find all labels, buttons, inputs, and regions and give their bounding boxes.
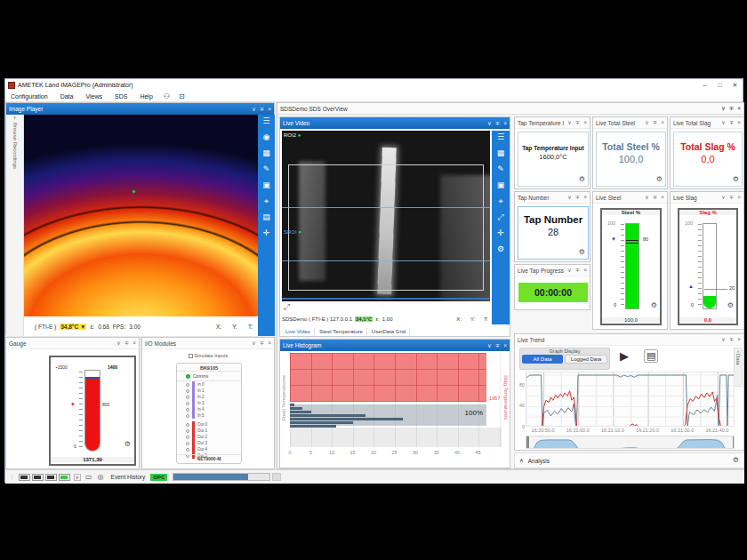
live-slag-header[interactable]: Live Slag ∨∓× <box>671 192 743 204</box>
close-icon[interactable]: × <box>583 119 587 126</box>
gear-icon[interactable]: ⚙ <box>727 302 734 309</box>
menu-configuration[interactable]: Configuration <box>9 92 50 100</box>
slag-gauge-marker[interactable]: ▲ <box>688 284 694 289</box>
tap-number-header[interactable]: Tap Number ∨∓× <box>515 192 590 204</box>
thermal-roi-point[interactable] <box>132 189 136 194</box>
camera-indicator-4[interactable] <box>59 474 70 481</box>
collapse-icon[interactable]: ∨ <box>567 194 572 201</box>
collapse-icon[interactable]: ∨ <box>252 340 256 347</box>
collapse-icon[interactable]: ∨ <box>567 267 572 274</box>
zoom-icon[interactable]: ⌖ <box>264 197 269 205</box>
draw-icon[interactable]: ✎ <box>497 165 504 173</box>
pin-icon[interactable]: ∓ <box>653 194 657 201</box>
pin-icon[interactable]: ∓ <box>729 336 734 343</box>
trend-chart[interactable] <box>526 372 735 427</box>
live-video-feed[interactable]: ROI2 ● SROI ● <box>282 131 490 301</box>
close-icon[interactable]: × <box>661 194 664 201</box>
maximize-button[interactable]: □ <box>712 82 727 89</box>
tab-live-video[interactable]: Live Video <box>282 328 315 335</box>
browse-recordings-strip[interactable]: › Browse Recordings <box>6 115 24 336</box>
target-icon[interactable]: ◎ <box>98 473 104 481</box>
steel-gauge-marker[interactable]: ▼ <box>611 236 616 242</box>
collapse-icon[interactable]: ∨ <box>645 119 649 126</box>
gear-icon[interactable]: ⚙ <box>124 441 131 448</box>
collapse-icon[interactable]: ∨ <box>721 105 726 112</box>
gear-icon[interactable]: ⚙ <box>497 245 504 253</box>
collapse-icon[interactable]: ∨ <box>721 119 726 126</box>
live-trend-header[interactable]: Live Trend ∨∓× <box>515 334 743 346</box>
io-channel-row[interactable]: Out 2 <box>186 434 241 440</box>
point-icon[interactable]: ✛ <box>497 229 504 237</box>
live-histogram-header[interactable]: Live Histogram ∨∓× <box>280 340 510 351</box>
draw-icon[interactable]: ✎ <box>263 165 270 173</box>
close-icon[interactable]: × <box>737 336 741 343</box>
live-video-header[interactable]: Live Video ∨∓× <box>280 117 510 129</box>
all-data-button[interactable]: All Data <box>522 355 563 364</box>
image-player-header[interactable]: Image Player ∨ ∓ × <box>6 103 274 115</box>
gear-icon[interactable]: ⚙ <box>651 302 657 309</box>
pin-icon[interactable]: ∓ <box>495 120 500 127</box>
tab-userdata-grid[interactable]: UserData Grid <box>368 328 410 335</box>
pin-icon[interactable]: ∓ <box>575 119 580 126</box>
pin-icon[interactable]: ∓ <box>729 119 734 126</box>
play-icon[interactable]: ◉ <box>263 133 270 141</box>
io-modules-header[interactable]: I/O Modules ∨∓× <box>142 338 274 349</box>
gear-icon[interactable]: ⚙ <box>579 176 585 183</box>
minimize-button[interactable]: – <box>697 82 712 89</box>
pin-icon[interactable]: ∓ <box>260 106 264 113</box>
collapse-icon[interactable]: ∨ <box>252 106 256 113</box>
camera-indicator-3[interactable] <box>45 474 57 481</box>
close-icon[interactable]: × <box>737 119 741 126</box>
video-roi-rect[interactable] <box>288 164 484 291</box>
export-icon[interactable]: ▤ <box>262 213 270 221</box>
close-icon[interactable]: × <box>583 267 587 274</box>
monitor-icon[interactable]: ▭ <box>85 473 92 481</box>
close-icon[interactable]: × <box>737 194 741 201</box>
expand-icon[interactable]: ⤢ <box>284 302 290 312</box>
io-channel-row[interactable]: In 0 <box>186 381 241 388</box>
close-button[interactable]: ✕ <box>727 82 743 89</box>
io-channel-row[interactable]: In 4 <box>186 406 241 412</box>
event-history-label[interactable]: Event History <box>111 474 146 480</box>
menu-icon[interactable]: ☰ <box>262 117 269 125</box>
io-channel-row[interactable]: In 5 <box>186 412 241 419</box>
live-steel-header[interactable]: Live Steel ∨∓× <box>593 192 667 204</box>
total-steel-header[interactable]: Live Total Steel ∨∓× <box>593 117 667 129</box>
close-icon[interactable]: × <box>503 120 507 127</box>
zoom-icon[interactable]: ⌖ <box>498 197 502 205</box>
gear-icon[interactable]: ⚙ <box>579 249 585 256</box>
pin-icon[interactable]: ∓ <box>575 267 580 274</box>
io-channel-row[interactable]: In 3 <box>186 400 241 406</box>
simulate-inputs-row[interactable]: Simulate Inputs <box>142 353 274 358</box>
trend-export-button[interactable]: ▤ <box>644 349 658 363</box>
camera-indicator-2[interactable] <box>32 474 44 481</box>
collapse-icon[interactable]: ∨ <box>567 119 572 126</box>
menu-views[interactable]: Views <box>84 92 104 100</box>
menu-help[interactable]: Help <box>138 92 154 100</box>
menu-icon[interactable]: ☰ <box>497 133 504 141</box>
io-channel-row[interactable]: Out 4 <box>186 446 241 452</box>
image-icon[interactable]: ▣ <box>497 181 505 189</box>
collapse-icon[interactable]: ∨ <box>721 336 726 343</box>
collapse-icon[interactable]: ∨ <box>645 194 649 201</box>
pin-icon[interactable]: ∓ <box>124 340 129 347</box>
remote-session-icon[interactable]: ⚇ <box>164 92 170 100</box>
io-channel-row[interactable]: Out 1 <box>186 428 241 434</box>
close-icon[interactable]: × <box>268 106 271 113</box>
close-icon[interactable]: × <box>133 340 136 347</box>
palette-icon[interactable]: ▦ <box>262 149 270 157</box>
pin-icon[interactable]: ∓ <box>653 119 657 126</box>
gear-icon[interactable]: ⚙ <box>733 176 739 183</box>
fit-icon[interactable]: ⤢ <box>497 213 503 221</box>
io-channel-row[interactable]: Out 3 <box>186 440 241 446</box>
thermal-image[interactable] <box>24 115 258 316</box>
collapse-icon[interactable]: ∨ <box>487 120 492 127</box>
collapse-icon[interactable]: ∨ <box>487 342 492 349</box>
collapse-icon[interactable]: ∨ <box>721 194 726 201</box>
tap-progress-header[interactable]: Live Tap Progress ∨∓× <box>515 265 590 276</box>
point-icon[interactable]: ✛ <box>263 229 270 237</box>
menu-sds[interactable]: SDS <box>113 92 129 100</box>
pin-icon[interactable]: ∓ <box>260 340 264 347</box>
io-channel-row[interactable]: In 2 <box>186 394 241 400</box>
trend-overview-strip[interactable] <box>526 436 735 449</box>
